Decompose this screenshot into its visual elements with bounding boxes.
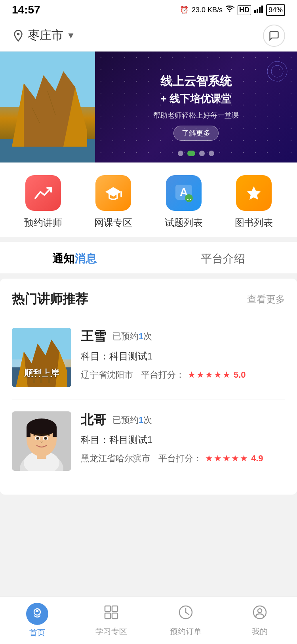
nav-home[interactable]: 首页 bbox=[0, 599, 74, 642]
star2-2: ★ bbox=[214, 453, 222, 464]
svg-rect-27 bbox=[48, 376, 50, 383]
booking-icon bbox=[178, 604, 194, 624]
instructor-name-row-2: 北哥 已预约1次 bbox=[81, 411, 285, 429]
banner-left-image bbox=[0, 52, 95, 162]
location-button[interactable]: 枣庄市 ▼ bbox=[12, 27, 75, 44]
svg-rect-3 bbox=[261, 6, 263, 13]
signal-icon bbox=[254, 6, 263, 15]
status-icons: ⏰ 23.0 KB/s HD 94% bbox=[180, 4, 285, 16]
instructor-name-2: 北哥 bbox=[81, 411, 106, 429]
star-1: ★ bbox=[188, 370, 196, 380]
banner-right[interactable]: 线上云智系统 + 线下培优课堂 帮助老师轻松上好每一堂课 了解更多 bbox=[95, 52, 297, 162]
instructor-location-2: 黑龙江省哈尔滨市 bbox=[81, 453, 150, 464]
star-3: ★ bbox=[205, 370, 213, 380]
instructor-card-wang-xue[interactable]: 顺利上岸 王雪 已预约1次 科目： bbox=[12, 316, 285, 399]
tab-platform-intro-label: 平台介绍 bbox=[201, 252, 245, 265]
star2-4: ★ bbox=[231, 453, 239, 464]
svg-rect-2 bbox=[259, 7, 261, 13]
instructor-location: 辽宁省沈阳市 bbox=[81, 369, 133, 381]
see-more-button[interactable]: 查看更多 bbox=[247, 293, 285, 306]
status-bar: 14:57 ⏰ 23.0 KB/s HD 94% bbox=[0, 0, 297, 20]
menu-item-book-teacher[interactable]: 预约讲师 bbox=[24, 175, 62, 229]
menu-item-book-list[interactable]: 图书列表 bbox=[235, 175, 273, 229]
svg-point-37 bbox=[36, 437, 39, 440]
menu-item-exam-list[interactable]: A... 试题列表 bbox=[165, 175, 203, 229]
wifi-icon bbox=[226, 6, 234, 15]
svg-point-42 bbox=[35, 610, 36, 611]
rating-row: 平台打分： ★ ★ ★ ★ ★ 5.0 bbox=[141, 369, 246, 381]
dot-2[interactable] bbox=[187, 151, 195, 156]
star-5: ★ bbox=[223, 370, 230, 380]
nav-study-label: 学习专区 bbox=[95, 626, 127, 637]
dot-4[interactable] bbox=[209, 151, 214, 156]
banner-dots bbox=[95, 151, 297, 156]
instructor-subject: 科目：科目测试1 bbox=[81, 350, 285, 363]
booking-info: 已预约1次 bbox=[112, 331, 152, 342]
online-course-icon bbox=[95, 175, 131, 211]
svg-point-39 bbox=[44, 437, 47, 440]
svg-rect-1 bbox=[257, 9, 258, 13]
stars: ★ ★ ★ ★ ★ bbox=[188, 370, 230, 380]
svg-rect-34 bbox=[27, 427, 30, 437]
banner-title-1: 线上云智系统 bbox=[160, 73, 232, 90]
book-list-icon bbox=[236, 175, 272, 211]
nav-home-label: 首页 bbox=[29, 627, 45, 638]
banner-subtitle: 帮助老师轻松上好每一堂课 bbox=[153, 111, 239, 120]
rating-label: 平台打分： bbox=[141, 369, 185, 381]
exam-list-label: 试题列表 bbox=[165, 216, 203, 229]
svg-rect-25 bbox=[33, 376, 35, 383]
svg-marker-13 bbox=[105, 187, 121, 197]
svg-marker-19 bbox=[247, 186, 261, 200]
nav-booking[interactable]: 预约订单 bbox=[148, 600, 223, 641]
tab-platform-intro[interactable]: 平台介绍 bbox=[148, 242, 297, 273]
book-list-label: 图书列表 bbox=[235, 216, 273, 229]
rating-label-2: 平台打分： bbox=[158, 453, 202, 464]
menu-item-online-course[interactable]: 网课专区 bbox=[94, 175, 132, 229]
section-header: 热门讲师推荐 查看更多 bbox=[12, 290, 285, 308]
location-text: 枣庄市 bbox=[28, 27, 63, 44]
instructor-name: 王雪 bbox=[81, 328, 106, 345]
stars-2: ★ ★ ★ ★ ★ bbox=[205, 453, 248, 464]
banner: 线上云智系统 + 线下培优课堂 帮助老师轻松上好每一堂课 了解更多 bbox=[0, 52, 297, 162]
instructor-info-wang-xue: 王雪 已预约1次 科目：科目测试1 辽宁省沈阳市 平台打分： ★ ★ ★ ★ ★ bbox=[81, 328, 285, 381]
instructor-card-bei-ge[interactable]: 北哥 已预约1次 科目：科目测试1 黑龙江省哈尔滨市 平台打分： ★ ★ ★ ★… bbox=[12, 399, 285, 483]
menu-section: 预约讲师 网课专区 A... 试题列表 图书列表 bbox=[0, 163, 297, 237]
bottom-nav: 首页 学习专区 预约订单 我的 bbox=[0, 596, 297, 644]
nav-mine[interactable]: 我的 bbox=[223, 600, 297, 641]
book-teacher-label: 预约讲师 bbox=[24, 216, 62, 229]
instructor-section: 热门讲师推荐 查看更多 顺利上岸 bbox=[0, 279, 297, 495]
instructor-avatar-bei-ge bbox=[12, 411, 71, 471]
banner-left[interactable] bbox=[0, 52, 95, 162]
instructor-info-bei-ge: 北哥 已预约1次 科目：科目测试1 黑龙江省哈尔滨市 平台打分： ★ ★ ★ ★… bbox=[81, 411, 285, 464]
svg-point-11 bbox=[267, 61, 287, 81]
svg-point-33 bbox=[27, 419, 57, 436]
svg-rect-24 bbox=[30, 374, 53, 376]
svg-rect-47 bbox=[112, 613, 118, 619]
dot-3[interactable] bbox=[199, 151, 205, 156]
instructor-meta: 辽宁省沈阳市 平台打分： ★ ★ ★ ★ ★ 5.0 bbox=[81, 369, 285, 381]
rating-score: 5.0 bbox=[234, 370, 246, 380]
booking-info-2: 已预约1次 bbox=[112, 414, 152, 426]
exam-list-icon: A... bbox=[166, 175, 202, 211]
svg-line-50 bbox=[186, 612, 189, 615]
hd-label: HD bbox=[238, 5, 251, 15]
nav-booking-label: 预约订单 bbox=[170, 626, 202, 637]
study-icon bbox=[103, 604, 119, 624]
tab-notice-text1: 通知 bbox=[52, 252, 74, 265]
svg-point-43 bbox=[38, 610, 40, 611]
dropdown-arrow: ▼ bbox=[67, 31, 75, 41]
svg-rect-35 bbox=[53, 427, 57, 437]
rating-row-2: 平台打分： ★ ★ ★ ★ ★ 4.9 bbox=[158, 453, 263, 464]
star-2: ★ bbox=[196, 370, 204, 380]
svg-rect-46 bbox=[105, 613, 110, 619]
avatar-image-wang-xue: 顺利上岸 bbox=[12, 328, 71, 387]
tab-bar-section: 通知消息 平台介绍 bbox=[0, 242, 297, 274]
message-button[interactable] bbox=[263, 25, 285, 47]
svg-text:...: ... bbox=[187, 195, 191, 201]
tab-notice[interactable]: 通知消息 bbox=[0, 242, 148, 273]
instructor-meta-2: 黑龙江省哈尔滨市 平台打分： ★ ★ ★ ★ ★ 4.9 bbox=[81, 453, 285, 464]
banner-cta-button[interactable]: 了解更多 bbox=[173, 126, 219, 141]
tab-notice-text2: 消息 bbox=[74, 252, 97, 265]
dot-1[interactable] bbox=[178, 151, 183, 156]
nav-study[interactable]: 学习专区 bbox=[74, 600, 149, 641]
